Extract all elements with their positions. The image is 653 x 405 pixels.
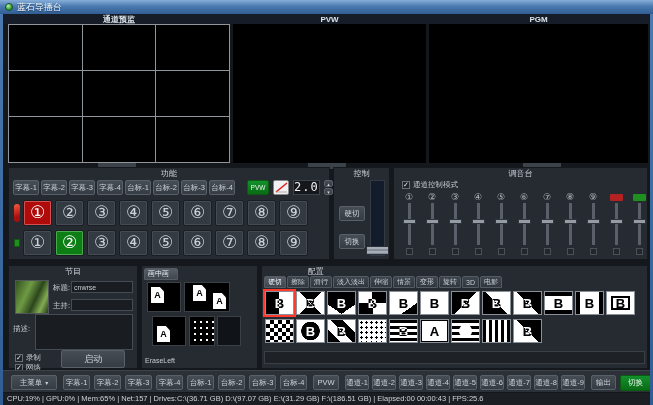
preview-cell[interactable] xyxy=(9,117,82,162)
spinner-up-icon[interactable]: ▴ xyxy=(324,180,333,187)
channel-fader[interactable]: ⑨ xyxy=(582,192,604,255)
preview-cell[interactable] xyxy=(83,117,156,162)
config-tab[interactable]: 3D xyxy=(462,276,479,288)
transition-wipe-tri-left[interactable]: B xyxy=(420,291,449,315)
toolbar-overlay-button[interactable]: 字幕-1 xyxy=(63,375,90,390)
config-tab[interactable]: 擦除 xyxy=(287,276,309,288)
toolbar-channel-button[interactable]: 通道-8 xyxy=(534,375,558,390)
pvw-toggle-button[interactable]: PVW xyxy=(247,180,269,195)
fader-knob[interactable] xyxy=(403,219,416,224)
fader-track[interactable] xyxy=(638,203,641,245)
overlay-button[interactable]: 台标-2 xyxy=(153,180,179,195)
transition-wipe-corners[interactable]: B xyxy=(296,291,325,315)
pgm-channel-button[interactable]: ② xyxy=(55,200,84,226)
fader-mute-button[interactable] xyxy=(544,248,551,255)
title-input[interactable] xyxy=(71,281,133,293)
pgm-channel-button[interactable]: ⑦ xyxy=(215,200,244,226)
toolbar-overlay-button[interactable]: 字幕-3 xyxy=(125,375,152,390)
config-tab[interactable]: 电影 xyxy=(480,276,502,288)
overlay-button[interactable]: 字幕-2 xyxy=(41,180,67,195)
toolbar-channel-button[interactable]: 通道-4 xyxy=(426,375,450,390)
fader-knob[interactable] xyxy=(587,219,600,224)
tbar-handle[interactable] xyxy=(366,246,389,255)
pgm-fader[interactable] xyxy=(605,192,627,255)
preview-cell[interactable] xyxy=(83,71,156,116)
transition-wipe-dissolve[interactable] xyxy=(358,319,387,343)
pgm-channel-button[interactable]: ⑧ xyxy=(247,200,276,226)
host-input[interactable] xyxy=(71,299,133,311)
config-tab[interactable]: 滑行 xyxy=(310,276,332,288)
transition-wipe-tri-right[interactable]: B xyxy=(389,291,418,315)
overlay-button[interactable]: 字幕-1 xyxy=(13,180,39,195)
fader-track[interactable] xyxy=(569,203,572,245)
fader-track[interactable] xyxy=(408,203,411,245)
preview-cell[interactable] xyxy=(156,117,229,162)
transition-wipe-checkerboard[interactable] xyxy=(265,319,294,343)
pgm-channel-button[interactable]: ③ xyxy=(87,200,116,226)
pgm-channel-button[interactable]: ⑤ xyxy=(151,200,180,226)
transition-wipe-stripes-circle[interactable] xyxy=(451,319,480,343)
auto-switch-button[interactable]: 切换 xyxy=(339,234,365,249)
pvw-channel-button[interactable]: ① xyxy=(23,230,52,256)
pgm-channel-button[interactable]: ④ xyxy=(119,200,148,226)
pvw-fader[interactable] xyxy=(628,192,650,255)
toolbar-overlay-button[interactable]: 台标-4 xyxy=(280,375,307,390)
overlay-button[interactable]: 字幕-4 xyxy=(97,180,123,195)
pvw-channel-button[interactable]: ⑦ xyxy=(215,230,244,256)
overlay-button[interactable]: 台标-3 xyxy=(181,180,207,195)
pvw-channel-button[interactable]: ④ xyxy=(119,230,148,256)
fader-mute-button[interactable] xyxy=(567,248,574,255)
toolbar-channel-button[interactable]: 通道-5 xyxy=(453,375,477,390)
transition-wipe-diag-bl[interactable]: B xyxy=(482,291,511,315)
transition-wipe-blinds[interactable]: B xyxy=(389,319,418,343)
transition-curve-icon[interactable] xyxy=(273,180,289,195)
transition-wipe-bars-v[interactable] xyxy=(482,319,511,343)
overlay-button[interactable]: 字幕-3 xyxy=(69,180,95,195)
pip-layout-thumb[interactable] xyxy=(189,316,215,346)
preview-cell[interactable] xyxy=(9,25,82,70)
pvw-channel-button[interactable]: ⑨ xyxy=(279,230,308,256)
config-tab[interactable]: 硬切 xyxy=(264,276,286,288)
preview-cell[interactable] xyxy=(156,25,229,70)
toolbar-channel-button[interactable]: 通道-9 xyxy=(561,375,585,390)
record-checkbox[interactable]: ✓ xyxy=(15,354,23,362)
cut-button[interactable]: 硬切 xyxy=(339,206,365,221)
titlebar[interactable]: 蓝石导播台 xyxy=(0,0,653,14)
pgm-channel-button[interactable]: ⑥ xyxy=(183,200,212,226)
transition-wipe-circle[interactable]: B xyxy=(296,319,325,343)
pvw-channel-button[interactable]: ⑤ xyxy=(151,230,180,256)
config-tab[interactable]: 旋转 xyxy=(439,276,461,288)
transition-wipe-band-h[interactable]: B xyxy=(544,291,573,315)
fader-mute-button[interactable] xyxy=(452,248,459,255)
channel-fader[interactable]: ② xyxy=(421,192,443,255)
channel-fader[interactable]: ⑤ xyxy=(490,192,512,255)
fader-knob[interactable] xyxy=(610,219,623,224)
channel-fader[interactable]: ④ xyxy=(467,192,489,255)
transition-wipe-half[interactable]: B xyxy=(265,291,294,315)
transition-wipe-stairs[interactable]: B xyxy=(327,319,356,343)
toolbar-channel-button[interactable]: 通道-7 xyxy=(507,375,531,390)
toolbar-channel-button[interactable]: 通道-1 xyxy=(345,375,369,390)
overlay-button[interactable]: 台标-4 xyxy=(209,180,235,195)
transition-wipe-diag-b[interactable]: B xyxy=(513,319,542,343)
fader-knob[interactable] xyxy=(472,219,485,224)
pvw-channel-button[interactable]: ③ xyxy=(87,230,116,256)
pip-layout-thumb[interactable]: AA xyxy=(184,282,230,312)
channel-fader[interactable]: ⑦ xyxy=(536,192,558,255)
fader-mute-button[interactable] xyxy=(590,248,597,255)
fader-track[interactable] xyxy=(523,203,526,245)
config-tab[interactable]: 伸缩 xyxy=(370,276,392,288)
preview-cell[interactable] xyxy=(156,71,229,116)
pvw-channel-button[interactable]: ⑧ xyxy=(247,230,276,256)
toolbar-channel-button[interactable]: 通道-6 xyxy=(480,375,504,390)
transition-wipe-band-v[interactable]: B xyxy=(575,291,604,315)
spinner-down-icon[interactable]: ▾ xyxy=(324,188,333,195)
config-tab[interactable]: 情景 xyxy=(393,276,415,288)
fader-knob[interactable] xyxy=(449,219,462,224)
fader-knob[interactable] xyxy=(495,219,508,224)
fader-track[interactable] xyxy=(431,203,434,245)
toolbar-overlay-button[interactable]: 字幕-4 xyxy=(156,375,183,390)
pgm-channel-button[interactable]: ① xyxy=(23,200,52,226)
fader-track[interactable] xyxy=(592,203,595,245)
pip-layout-thumb[interactable]: A xyxy=(147,282,181,312)
